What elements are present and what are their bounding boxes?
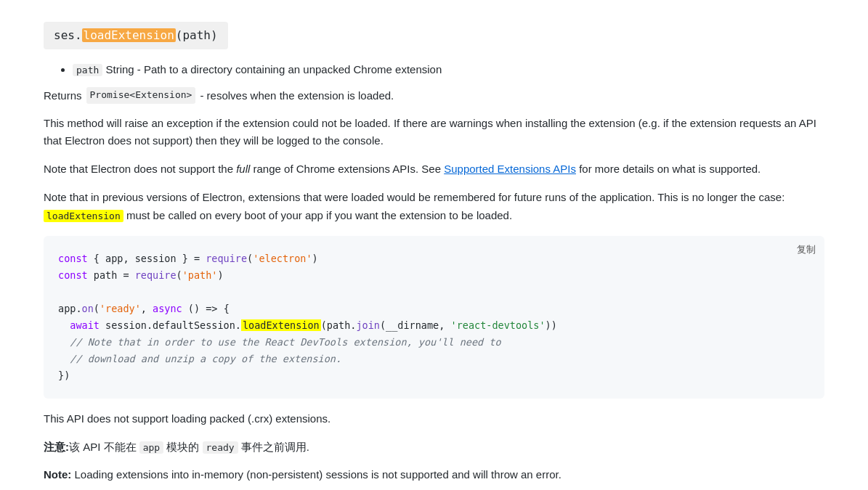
p2-pre: Note that Electron does not support the	[44, 163, 236, 175]
method-signature: ses.loadExtension(path)	[44, 22, 228, 49]
note-zh-label: 注意:	[44, 441, 69, 453]
p3-highlight: loadExtension	[44, 210, 123, 222]
code-line-6: // Note that in order to use the React D…	[58, 334, 810, 351]
code-block: 复制 const { app, session } = require('ele…	[44, 236, 824, 399]
note-zh: 注意:该 API 不能在 app 模块的 ready 事件之前调用.	[44, 438, 824, 457]
code-line-5: await session.defaultSession.loadExtensi…	[58, 317, 810, 334]
returns-label: Returns	[44, 87, 82, 105]
note-zh-ready: ready	[203, 441, 238, 454]
paragraph-1: This method will raise an exception if t…	[44, 115, 824, 151]
supported-extensions-link[interactable]: Supported Extensions APIs	[444, 163, 576, 175]
code-line-1: const { app, session } = require('electr…	[58, 250, 810, 267]
p2-post: for more details on what is supported.	[576, 163, 760, 175]
signature-pre: ses.	[54, 28, 82, 42]
p3-pre: Note that in previous versions of Electr…	[44, 191, 784, 203]
note-zh-mid: 模块的	[163, 441, 202, 453]
paragraph-4: This API does not support loading packed…	[44, 410, 824, 428]
note-zh-post: 事件之前调用.	[238, 441, 309, 453]
params-list: path String - Path to a directory contai…	[73, 61, 824, 78]
signature-name: loadExtension	[82, 28, 176, 42]
code-line-7: // download and unzip a copy of the exte…	[58, 351, 810, 367]
code-line-8: })	[58, 367, 810, 384]
note-zh-pre: 该 API 不能在	[69, 441, 139, 453]
param-desc: String - Path to a directory containing …	[105, 63, 442, 75]
paragraph-3: Note that in previous versions of Electr…	[44, 189, 824, 225]
p2-full: full	[236, 163, 250, 175]
code-line-blank	[58, 284, 810, 301]
note-en-text: Loading extensions into in-memory (non-p…	[71, 468, 561, 481]
note-zh-app: app	[139, 441, 163, 454]
returns-line: Returns Promise<Extension> - resolves wh…	[44, 87, 824, 105]
signature-post: (path)	[176, 28, 218, 42]
code-line-4: app.on('ready', async () => {	[58, 301, 810, 317]
copy-button[interactable]: 复制	[797, 243, 816, 256]
note-en: Note: Loading extensions into in-memory …	[44, 466, 824, 484]
note-en-label: Note:	[44, 468, 71, 481]
returns-type: Promise<Extension>	[86, 87, 196, 104]
param-name: path	[73, 64, 102, 76]
p2-mid: range of Chrome extensions APIs. See	[250, 163, 444, 175]
code-line-2: const path = require('path')	[58, 267, 810, 284]
returns-desc: - resolves when the extension is loaded.	[200, 87, 394, 105]
p3-post: must be called on every boot of your app…	[123, 209, 512, 221]
param-item: path String - Path to a directory contai…	[73, 61, 824, 78]
paragraph-2: Note that Electron does not support the …	[44, 160, 824, 179]
